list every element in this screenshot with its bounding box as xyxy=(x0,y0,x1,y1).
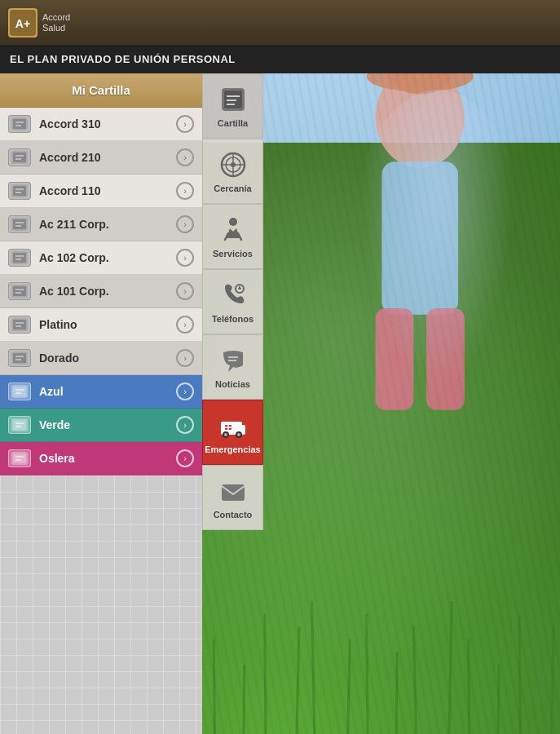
logo-area: A+ Accord Salud xyxy=(8,8,70,38)
sidebar-empty-area xyxy=(0,475,202,734)
logo-line1: Accord xyxy=(42,12,70,22)
platino-arrow: › xyxy=(176,316,194,334)
cercania-nav-icon xyxy=(218,149,249,180)
nav-contacto-button[interactable]: Contacto xyxy=(202,465,263,530)
right-nav: Cartilla Cercanía xyxy=(202,73,263,734)
svg-point-85 xyxy=(231,162,236,167)
ac-211-corp-icon xyxy=(8,215,31,233)
svg-rect-69 xyxy=(13,420,26,430)
cartilla-nav-icon xyxy=(218,84,249,115)
svg-line-15 xyxy=(293,626,299,734)
dorado-arrow: › xyxy=(176,349,194,367)
ac-102-corp-icon xyxy=(8,249,31,267)
contacto-nav-label: Contacto xyxy=(214,510,253,520)
subheader: EL PLAN PRIVADO DE UNIÓN PERSONAL xyxy=(0,45,560,73)
svg-line-18 xyxy=(367,614,369,734)
ac-211-corp-arrow: › xyxy=(176,215,194,233)
sidebar-item-ac-101-corp[interactable]: Ac 101 Corp. › xyxy=(0,275,202,308)
svg-rect-28 xyxy=(376,308,414,410)
svg-point-97 xyxy=(224,433,227,436)
logo-icon: A+ xyxy=(8,8,37,38)
ac-211-corp-label: Ac 211 Corp. xyxy=(39,218,176,231)
svg-line-22 xyxy=(469,639,471,734)
nav-cartilla-button[interactable]: Cartilla xyxy=(202,73,263,139)
azul-icon xyxy=(8,382,31,400)
svg-point-30 xyxy=(367,73,474,91)
svg-line-17 xyxy=(344,639,351,734)
svg-line-19 xyxy=(395,652,397,734)
verde-arrow: › xyxy=(176,416,194,434)
sidebar-item-platino[interactable]: Platino › xyxy=(0,308,202,342)
accord-110-icon xyxy=(8,182,31,200)
ac-102-corp-arrow: › xyxy=(176,249,194,267)
accord-310-arrow: › xyxy=(176,115,194,133)
dorado-label: Dorado xyxy=(39,352,176,365)
azul-arrow: › xyxy=(176,382,194,400)
telefonos-nav-label: Teléfonos xyxy=(212,314,254,324)
svg-rect-41 xyxy=(13,186,26,196)
accord-210-icon xyxy=(8,148,31,166)
ac-101-corp-arrow: › xyxy=(176,282,194,300)
subheader-text: EL PLAN PRIVADO DE UNIÓN PERSONAL xyxy=(10,53,236,65)
nav-noticias-button[interactable]: Noticias xyxy=(202,334,263,400)
platino-label: Platino xyxy=(39,318,176,331)
svg-line-16 xyxy=(312,601,319,734)
svg-rect-45 xyxy=(13,219,26,229)
sidebar-item-accord-110[interactable]: Accord 110 › xyxy=(0,175,202,208)
noticias-nav-label: Noticias xyxy=(215,379,250,389)
telefonos-nav-icon xyxy=(218,280,249,311)
emergencias-nav-label: Emergencias xyxy=(205,444,260,454)
platino-icon xyxy=(8,316,31,334)
nav-servicios-button[interactable]: Servicios xyxy=(202,204,263,269)
svg-rect-103 xyxy=(222,484,245,501)
servicios-nav-label: Servicios xyxy=(213,249,253,259)
svg-text:A+: A+ xyxy=(15,17,30,30)
accord-210-arrow: › xyxy=(176,148,194,166)
svg-point-86 xyxy=(229,218,237,226)
sidebar-item-accord-210[interactable]: Accord 210 › xyxy=(0,141,202,175)
nav-emergencias-button[interactable]: Emergencias xyxy=(202,400,263,465)
svg-rect-61 xyxy=(13,353,26,363)
accord-110-label: Accord 110 xyxy=(39,184,176,197)
cartilla-nav-label: Cartilla xyxy=(218,118,248,128)
svg-line-14 xyxy=(265,614,267,734)
svg-point-31 xyxy=(385,73,456,95)
svg-rect-65 xyxy=(13,387,26,396)
sidebar-item-azul[interactable]: Azul › xyxy=(0,375,202,409)
svg-rect-57 xyxy=(13,320,26,329)
verde-label: Verde xyxy=(39,418,176,431)
svg-rect-53 xyxy=(13,286,26,296)
sidebar: Mi Cartilla Accord 310 › Accord 210 › Ac… xyxy=(0,73,202,734)
svg-rect-73 xyxy=(13,453,26,463)
accord-310-icon xyxy=(8,115,31,133)
logo-text: Accord Salud xyxy=(42,12,70,32)
svg-rect-29 xyxy=(426,308,465,410)
svg-rect-27 xyxy=(381,161,458,314)
svg-line-21 xyxy=(445,601,452,734)
accord-110-arrow: › xyxy=(176,182,194,200)
sidebar-item-ac-102-corp[interactable]: Ac 102 Corp. › xyxy=(0,241,202,275)
sidebar-item-dorado[interactable]: Dorado › xyxy=(0,342,202,375)
nav-telefonos-button[interactable]: Teléfonos xyxy=(202,269,263,334)
nav-cercania-button[interactable]: Cercanía xyxy=(202,139,263,204)
accord-310-label: Accord 310 xyxy=(39,117,176,130)
contacto-nav-icon xyxy=(218,475,249,506)
svg-rect-49 xyxy=(13,253,26,263)
svg-line-25 xyxy=(547,626,553,734)
svg-rect-33 xyxy=(13,119,26,129)
oslera-label: Oslera xyxy=(39,452,176,465)
accord-210-label: Accord 210 xyxy=(39,151,176,164)
main-content: Mi Cartilla Accord 310 › Accord 210 › Ac… xyxy=(0,73,560,734)
svg-point-99 xyxy=(237,433,240,436)
cercania-nav-label: Cercanía xyxy=(214,184,251,193)
svg-line-20 xyxy=(413,626,420,734)
oslera-arrow: › xyxy=(176,449,194,467)
sidebar-item-accord-310[interactable]: Accord 310 › xyxy=(0,108,202,141)
emergencias-nav-icon xyxy=(218,410,249,441)
svg-line-24 xyxy=(519,614,522,734)
sidebar-item-ac-211-corp[interactable]: Ac 211 Corp. › xyxy=(0,208,202,241)
oslera-icon xyxy=(8,449,31,467)
sidebar-item-verde[interactable]: Verde › xyxy=(0,409,202,442)
sidebar-item-oslera[interactable]: Oslera › xyxy=(0,442,202,475)
verde-icon xyxy=(8,416,31,434)
